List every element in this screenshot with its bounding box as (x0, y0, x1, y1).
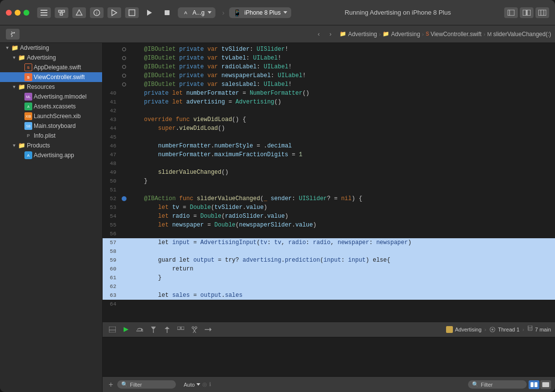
sidebar-item-products[interactable]: ▼ 📁 Products (0, 141, 102, 150)
breakpoint-area[interactable] (120, 83, 128, 86)
version-editor-button[interactable] (535, 7, 549, 18)
swift-icon: S (24, 63, 32, 71)
assistant-editor-button[interactable] (520, 7, 534, 18)
breakpoint-area[interactable] (120, 74, 128, 78)
sidebar-item-advertising-sub[interactable]: ▼ 📁 Advertising (0, 53, 102, 62)
debug-arrow-button[interactable] (202, 324, 214, 335)
breadcrumb-method[interactable]: M sliderValueChanged(:) (487, 31, 551, 38)
code-editor[interactable]: @IBOutlet private var tvSlider: UISlider… (103, 43, 555, 322)
sidebar-label-mainstoryboard: Main.storyboard (34, 123, 76, 129)
debug-step-into-button[interactable] (148, 324, 159, 335)
layout-btn-full[interactable] (540, 380, 551, 389)
address-button[interactable] (125, 7, 139, 18)
maximize-button[interactable] (23, 10, 29, 16)
test-button[interactable] (107, 7, 121, 18)
line-number: 52 (103, 194, 120, 203)
code-line-40: 40 private let numberFormatter = NumberF… (103, 89, 555, 98)
svg-rect-5 (60, 13, 63, 15)
debug-toolbar: Advertising › Thread 1 › 7 main (103, 322, 555, 337)
line-number: 63 (103, 291, 120, 300)
sidebar-item-xcassets[interactable]: ▶ A Assets.xcassets (0, 102, 102, 111)
line-code: let input = AdvertisingInput(tv: tv, rad… (128, 238, 555, 247)
code-line-44: 44 super.viewDidLoad() (103, 124, 555, 133)
statusbar-right: 🔍 Filter (468, 380, 551, 389)
line-code: guard let output = try? advertising.pred… (128, 256, 555, 265)
source-control-button[interactable] (6, 29, 20, 40)
debug-scissors-button[interactable] (189, 324, 200, 335)
code-line-50: 50 } (103, 177, 555, 186)
breakpoint (122, 74, 126, 78)
layout-btn-split[interactable] (529, 380, 539, 389)
line-number: 57 (103, 238, 120, 247)
stop-button[interactable] (160, 6, 174, 20)
sidebar-item-advertisingapp[interactable]: ▶ A Advertising.app (0, 150, 102, 160)
svg-text:i: i (96, 11, 97, 16)
status-label: Running Advertising on iPhone 8 Plus (295, 9, 500, 16)
line-number: 58 (103, 247, 120, 256)
breakpoint-area[interactable] (120, 65, 128, 69)
code-line-47: 47 numberFormatter.maximumFractionDigits… (103, 150, 555, 159)
code-line-iboutlet3: @IBOutlet private var radioLabel: UILabe… (103, 62, 555, 71)
debug-console-toggle[interactable] (107, 324, 118, 335)
debug-step-over-button[interactable] (134, 324, 146, 335)
close-button[interactable] (6, 10, 12, 16)
code-line-62: 62 (103, 282, 555, 291)
debug-frame-button[interactable] (175, 324, 187, 335)
breakpoint-area[interactable] (120, 47, 128, 51)
sidebar-item-resources[interactable]: ▼ 📁 Resources (0, 82, 102, 92)
breadcrumb-viewcontroller[interactable]: S ViewController.swift (426, 31, 481, 38)
device-picker[interactable]: 📱 iPhone 8 Plus (229, 7, 291, 18)
sidebar-item-advertising-root[interactable]: ▼ 📁 Advertising (0, 43, 102, 53)
scheme-picker[interactable]: A A...g (178, 7, 215, 18)
sidebar-item-viewcontroller[interactable]: ▶ S ViewController.swift (0, 72, 102, 82)
debug-step-out-button[interactable] (161, 324, 173, 335)
breadcrumb-label-3: ViewController.swift (430, 31, 481, 38)
add-filter-button[interactable]: + (107, 380, 115, 389)
back-button[interactable]: ‹ (313, 29, 324, 40)
sidebar-label-advertisingapp: Advertising.app (34, 152, 74, 159)
sidebar-item-infoplist[interactable]: ▶ P Info.plist (0, 131, 102, 141)
auto-label[interactable]: Auto (184, 382, 200, 388)
scheme-color-badge (446, 326, 453, 333)
sidebar-item-launchscreen[interactable]: ▶ XIB LaunchScreen.xib (0, 111, 102, 121)
folder-icon: 📁 (340, 31, 346, 37)
issues-button[interactable]: i (90, 7, 104, 18)
sidebar-item-mainstoryboard[interactable]: ▶ SB Main.storyboard (0, 121, 102, 131)
svg-rect-20 (541, 10, 544, 16)
run-button[interactable] (143, 6, 156, 20)
standard-editor-button[interactable] (504, 7, 518, 18)
line-code: numberFormatter.maximumFractionDigits = … (128, 150, 555, 159)
hierarchy-button[interactable] (55, 7, 68, 18)
line-code: let newspaper = Double(newspaperSlider.v… (128, 221, 555, 229)
svg-rect-19 (538, 10, 546, 16)
breakpoint-area-active[interactable] (120, 196, 128, 201)
filter-placeholder-left: Filter (130, 382, 142, 388)
warning-button[interactable] (72, 7, 86, 18)
app-icon: A (24, 151, 32, 159)
forward-button[interactable]: › (325, 29, 336, 40)
sidebar-label-advertising-sub: Advertising (27, 54, 56, 61)
debug-run-button[interactable] (120, 324, 132, 335)
xcassets-icon: A (24, 103, 32, 110)
expand-arrow-res: ▼ (11, 83, 18, 90)
breadcrumb-advertising-folder[interactable]: 📁 Advertising (340, 31, 377, 38)
code-line-48: 48 (103, 159, 555, 168)
line-code: private let numberFormatter = NumberForm… (128, 89, 555, 98)
active-breakpoint (122, 196, 127, 201)
info-icon: ℹ (209, 381, 211, 388)
code-line-61: 61 } (103, 273, 555, 282)
filter-placeholder-right: Filter (481, 382, 492, 388)
code-line-57: 57 let input = AdvertisingInput(tv: tv, … (103, 238, 555, 247)
filter-input-left[interactable]: 🔍 Filter (117, 380, 176, 389)
filter-input-right[interactable]: 🔍 Filter (468, 380, 527, 389)
sidebar-toggle-button[interactable] (37, 7, 51, 18)
code-line-iboutlet5: @IBOutlet private var salesLabel: UILabe… (103, 80, 555, 89)
folder-icon-sub: 📁 (18, 54, 25, 62)
minimize-button[interactable] (15, 10, 21, 16)
breakpoint-area[interactable] (120, 56, 128, 60)
sidebar-item-mlmodel[interactable]: ▶ ML Advertising.mlmodel (0, 92, 102, 102)
line-code: let sales = output.sales (128, 291, 555, 300)
debug-scheme-label: Advertising (455, 327, 481, 332)
breadcrumb-advertising-sub[interactable]: 📁 Advertising (383, 31, 420, 38)
sidebar-item-appdelegate[interactable]: ▶ S AppDelegate.swift (0, 62, 102, 72)
